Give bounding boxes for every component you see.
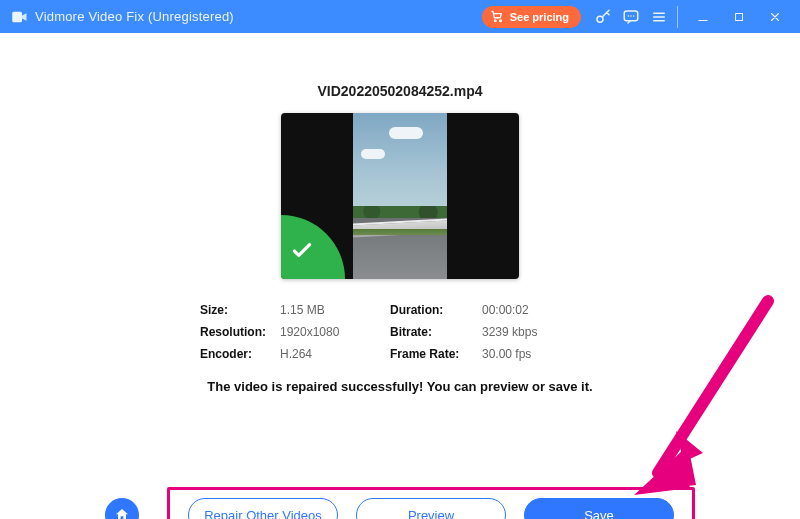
cart-icon	[490, 9, 504, 25]
svg-point-6	[630, 15, 632, 17]
svg-marker-10	[634, 431, 703, 495]
key-icon[interactable]	[589, 3, 617, 31]
close-button[interactable]	[760, 3, 790, 31]
encoder-value: H.264	[280, 347, 390, 361]
bitrate-value: 3239 kbps	[482, 325, 592, 339]
framerate-value: 30.00 fps	[482, 347, 592, 361]
feedback-icon[interactable]	[617, 3, 645, 31]
duration-value: 00:00:02	[482, 303, 592, 317]
app-title: Vidmore Video Fix (Unregistered)	[35, 9, 234, 24]
encoder-label: Encoder:	[200, 347, 280, 361]
preview-button[interactable]: Preview	[356, 498, 506, 519]
video-preview[interactable]	[281, 113, 519, 279]
framerate-label: Frame Rate:	[390, 347, 482, 361]
see-pricing-label: See pricing	[510, 11, 569, 23]
actions-group-highlight: Repair Other Videos Preview Save	[167, 487, 695, 519]
svg-marker-11	[640, 445, 696, 491]
size-value: 1.15 MB	[280, 303, 390, 317]
duration-label: Duration:	[390, 303, 482, 317]
svg-point-7	[633, 15, 635, 17]
actions-wrap: Repair Other Videos Preview Save	[0, 487, 800, 519]
app-logo-icon	[10, 8, 28, 26]
video-frame	[353, 113, 447, 279]
maximize-button[interactable]	[724, 3, 754, 31]
annotation-arrow-icon	[618, 283, 788, 519]
bitrate-label: Bitrate:	[390, 325, 482, 339]
svg-point-5	[628, 15, 630, 17]
svg-point-2	[499, 19, 501, 21]
save-button[interactable]: Save	[524, 498, 674, 519]
svg-rect-8	[736, 13, 743, 20]
menu-icon[interactable]	[645, 3, 673, 31]
success-badge	[281, 215, 345, 279]
home-button[interactable]	[105, 498, 139, 519]
main-panel: VID20220502084252.mp4 Size: 1.15 MB Dura…	[0, 83, 800, 519]
see-pricing-button[interactable]: See pricing	[482, 6, 581, 28]
filename: VID20220502084252.mp4	[0, 83, 800, 99]
check-icon	[289, 237, 315, 269]
resolution-label: Resolution:	[200, 325, 280, 339]
details-grid: Size: 1.15 MB Duration: 00:00:02 Resolut…	[190, 303, 610, 361]
preview-label: Preview	[408, 508, 454, 520]
svg-rect-0	[12, 11, 22, 22]
repair-other-videos-label: Repair Other Videos	[204, 508, 322, 520]
titlebar: Vidmore Video Fix (Unregistered) See pri…	[0, 0, 800, 33]
minimize-button[interactable]	[688, 3, 718, 31]
divider	[677, 6, 678, 28]
repair-other-videos-button[interactable]: Repair Other Videos	[188, 498, 338, 519]
home-icon	[114, 507, 130, 519]
status-message: The video is repaired successfully! You …	[0, 379, 800, 394]
save-label: Save	[584, 508, 614, 520]
svg-point-1	[494, 19, 496, 21]
size-label: Size:	[200, 303, 280, 317]
resolution-value: 1920x1080	[280, 325, 390, 339]
